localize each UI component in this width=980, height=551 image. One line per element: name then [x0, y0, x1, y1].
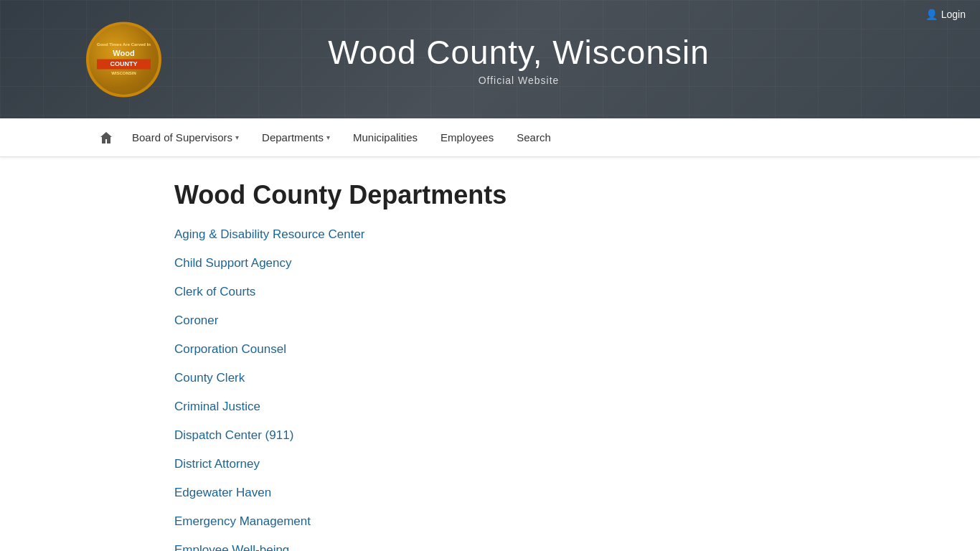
department-link[interactable]: District Attorney [174, 457, 260, 471]
nav-board-label: Board of Supervisors [132, 131, 232, 143]
departments-caret-icon: ▾ [326, 133, 330, 141]
department-link[interactable]: Corporation Counsel [174, 342, 286, 356]
nav-departments-label: Departments [262, 131, 324, 143]
login-button[interactable]: 👤 Login [925, 9, 966, 20]
department-link[interactable]: County Clerk [174, 371, 245, 385]
home-icon [99, 131, 113, 145]
list-item: Employee Well-being [174, 543, 806, 551]
departments-list: Aging & Disability Resource CenterChild … [174, 227, 806, 551]
board-caret-icon: ▾ [235, 133, 239, 141]
department-link[interactable]: Criminal Justice [174, 400, 260, 413]
main-content: Wood County Departments Aging & Disabili… [81, 157, 899, 551]
department-link[interactable]: Dispatch Center (911) [174, 428, 293, 442]
logo-state: WISCONSIN [97, 70, 151, 76]
site-header: 👤 Login Good Times Are Carved In Wood CO… [0, 0, 980, 118]
list-item: Clerk of Courts [174, 285, 806, 299]
list-item: Dispatch Center (911) [174, 428, 806, 443]
site-title: Wood County, Wisconsin [328, 33, 710, 72]
list-item: County Clerk [174, 371, 806, 385]
site-logo[interactable]: Good Times Are Carved In Wood COUNTY WIS… [86, 22, 161, 97]
nav-municipalities-label: Municipalities [353, 131, 418, 143]
list-item: District Attorney [174, 457, 806, 471]
list-item: Emergency Management [174, 514, 806, 529]
nav-municipalities[interactable]: Municipalities [343, 126, 428, 149]
department-link[interactable]: Coroner [174, 314, 218, 327]
person-icon: 👤 [925, 9, 938, 20]
list-item: Aging & Disability Resource Center [174, 227, 806, 242]
logo-circle: Good Times Are Carved In Wood COUNTY WIS… [86, 22, 161, 97]
list-item: Criminal Justice [174, 400, 806, 414]
nav-departments[interactable]: Departments ▾ [252, 126, 340, 149]
logo-main-text: Wood [97, 48, 151, 58]
home-nav-button[interactable] [93, 125, 119, 151]
department-link[interactable]: Child Support Agency [174, 256, 292, 270]
logo-text: Good Times Are Carved In Wood COUNTY WIS… [94, 39, 154, 80]
logo-top-text: Good Times Are Carved In [97, 42, 151, 48]
page-title: Wood County Departments [174, 180, 806, 210]
department-link[interactable]: Emergency Management [174, 514, 311, 528]
nav-employees-label: Employees [440, 131, 494, 143]
nav-board-of-supervisors[interactable]: Board of Supervisors ▾ [122, 126, 249, 149]
department-link[interactable]: Edgewater Haven [174, 486, 271, 499]
department-link[interactable]: Aging & Disability Resource Center [174, 227, 365, 241]
nav-bar: Board of Supervisors ▾ Departments ▾ Mun… [0, 118, 980, 157]
department-link[interactable]: Clerk of Courts [174, 285, 255, 298]
logo-county: COUNTY [97, 60, 151, 70]
nav-search-label: Search [517, 131, 551, 143]
department-link[interactable]: Employee Well-being [174, 543, 289, 551]
logo-wood: Wood [113, 49, 134, 57]
site-subtitle: Official Website [328, 75, 710, 86]
list-item: Edgewater Haven [174, 486, 806, 500]
login-label: Login [941, 9, 966, 20]
list-item: Coroner [174, 314, 806, 328]
nav-employees[interactable]: Employees [430, 126, 504, 149]
list-item: Child Support Agency [174, 256, 806, 270]
header-center: Wood County, Wisconsin Official Website [328, 33, 710, 86]
list-item: Corporation Counsel [174, 342, 806, 357]
nav-search[interactable]: Search [507, 126, 561, 149]
